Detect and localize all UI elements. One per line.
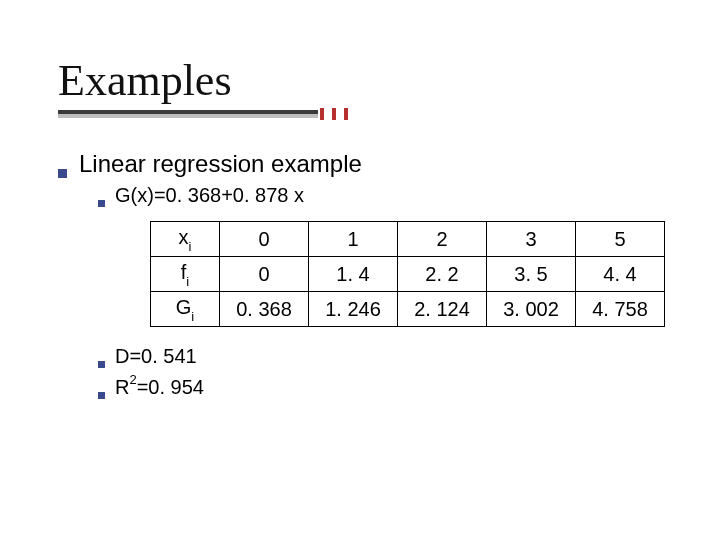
cell: 2 — [398, 222, 487, 257]
cell: 2. 2 — [398, 257, 487, 292]
square-bullet-icon — [98, 361, 105, 368]
title-block: Examples — [58, 58, 368, 116]
underline-tick-icon — [344, 108, 348, 120]
r2-stat-text: R2=0. 954 — [115, 374, 204, 399]
bullet-level1: Linear regression example — [58, 150, 678, 178]
gi-sub: i — [191, 309, 194, 324]
underline-tick-icon — [320, 108, 324, 120]
slide: Examples Linear regression example G(x)=… — [0, 0, 720, 540]
cell: 1 — [309, 222, 398, 257]
data-table: xi 0 1 2 3 5 fi 0 1. 4 2. 2 3. 5 4. 4 — [150, 221, 665, 327]
title-underline — [58, 110, 368, 116]
d-stat-text: D=0. 541 — [115, 345, 197, 368]
square-bullet-icon — [98, 200, 105, 207]
cell: 1. 4 — [309, 257, 398, 292]
regression-table: xi 0 1 2 3 5 fi 0 1. 4 2. 2 3. 5 4. 4 — [150, 221, 678, 327]
cell: 0 — [220, 257, 309, 292]
row-header-fi: fi — [151, 257, 220, 292]
cell: 4. 4 — [576, 257, 665, 292]
cell: 3. 002 — [487, 292, 576, 327]
square-bullet-icon — [58, 169, 67, 178]
xi-base: x — [179, 226, 189, 248]
cell: 1. 246 — [309, 292, 398, 327]
cell: 4. 758 — [576, 292, 665, 327]
square-bullet-icon — [98, 392, 105, 399]
r2-exponent: 2 — [129, 372, 136, 387]
xi-sub: i — [189, 239, 192, 254]
bullet-level2-r2: R2=0. 954 — [98, 374, 678, 399]
cell: 5 — [576, 222, 665, 257]
cell: 3 — [487, 222, 576, 257]
bullet-level2-equation: G(x)=0. 368+0. 878 x — [98, 184, 678, 207]
table-row: fi 0 1. 4 2. 2 3. 5 4. 4 — [151, 257, 665, 292]
equation-text: G(x)=0. 368+0. 878 x — [115, 184, 304, 207]
fi-sub: i — [186, 274, 189, 289]
table-row: Gi 0. 368 1. 246 2. 124 3. 002 4. 758 — [151, 292, 665, 327]
slide-title: Examples — [58, 58, 368, 104]
bullet-level2-d: D=0. 541 — [98, 345, 678, 368]
r2-rest: =0. 954 — [137, 376, 204, 398]
table-row: xi 0 1 2 3 5 — [151, 222, 665, 257]
cell: 2. 124 — [398, 292, 487, 327]
cell: 0. 368 — [220, 292, 309, 327]
r2-prefix: R — [115, 376, 129, 398]
row-header-xi: xi — [151, 222, 220, 257]
content-area: Linear regression example G(x)=0. 368+0.… — [58, 150, 678, 405]
gi-base: G — [176, 296, 192, 318]
cell: 3. 5 — [487, 257, 576, 292]
bullet-level1-text: Linear regression example — [79, 150, 362, 178]
cell: 0 — [220, 222, 309, 257]
underline-bar-light — [58, 114, 318, 118]
underline-tick-icon — [332, 108, 336, 120]
row-header-gi: Gi — [151, 292, 220, 327]
